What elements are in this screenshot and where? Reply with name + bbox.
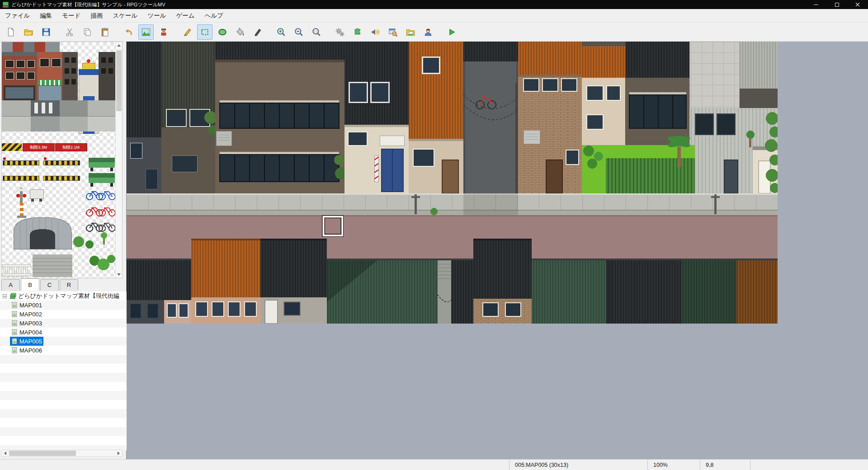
scroll-right-icon: [118, 451, 120, 455]
new-file-icon: [6, 27, 16, 37]
zoom-in-icon: [276, 27, 286, 37]
tree-root-label: どらぴかドットマップ素材【現代街編: [18, 292, 119, 300]
zoom-out-button[interactable]: [291, 24, 307, 40]
project-icon: [10, 293, 16, 299]
minimize-button[interactable]: [806, 0, 826, 9]
ellipse-tool-button[interactable]: [215, 24, 230, 40]
clearance-sign-2: 制限2.1M: [62, 145, 80, 150]
map-editor-canvas[interactable]: [127, 42, 868, 459]
plugin-manager-button[interactable]: [350, 24, 365, 40]
tree-item-map002[interactable]: MAP002: [0, 310, 127, 319]
maximize-button[interactable]: [826, 0, 847, 9]
event-searcher-button[interactable]: [385, 24, 401, 40]
close-icon: [855, 2, 860, 7]
scroll-right-button[interactable]: [115, 450, 122, 456]
flood-fill-button[interactable]: [232, 24, 248, 40]
copy-icon: [82, 27, 92, 37]
tab-b[interactable]: B: [21, 278, 39, 291]
zoom-out-icon: [294, 27, 304, 37]
scroll-down-button[interactable]: [116, 271, 122, 278]
menu-tools[interactable]: ツール: [142, 9, 171, 23]
map-file-icon: [11, 338, 18, 344]
open-folder-icon: [24, 27, 33, 37]
resource-manager-button[interactable]: [403, 24, 418, 40]
open-project-button[interactable]: [21, 24, 36, 40]
zoom-actual-button[interactable]: 1:1: [309, 24, 324, 40]
menu-draw[interactable]: 描画: [85, 9, 108, 23]
undo-button[interactable]: [121, 24, 136, 40]
tileset-palette-canvas[interactable]: 制限3.3M 制限2.1M: [2, 42, 116, 278]
status-tile-coordinates: 9,8: [700, 460, 750, 470]
close-button[interactable]: [847, 0, 868, 9]
save-project-button[interactable]: [38, 24, 54, 40]
cut-button[interactable]: [62, 24, 77, 40]
map-canvas[interactable]: [127, 42, 778, 324]
tree-horizontal-scrollbar[interactable]: [1, 450, 123, 457]
tree-item-map004[interactable]: MAP004: [0, 328, 127, 337]
tab-a[interactable]: A: [1, 279, 20, 291]
menu-file[interactable]: ファイル: [0, 9, 35, 23]
palette-scrollbar-thumb[interactable]: [116, 50, 122, 111]
menu-game[interactable]: ゲーム: [171, 9, 200, 23]
minimize-icon: [814, 5, 818, 5]
svg-text:1:1: 1:1: [314, 30, 318, 33]
resource-folder-icon: [406, 27, 415, 37]
status-bar: 005:MAP005 (30x13) 100% 9,8: [0, 459, 868, 470]
tree-expander-icon[interactable]: [3, 294, 7, 298]
palette-tab-bar: A B C R: [1, 278, 123, 291]
tree-item-map001[interactable]: MAP001: [0, 301, 127, 310]
app-icon: [3, 2, 9, 8]
tileset-palette[interactable]: 制限3.3M 制限2.1M: [1, 42, 123, 278]
map-file-icon: [11, 320, 18, 326]
pencil-tool-button[interactable]: [179, 24, 195, 40]
tree-item-map003[interactable]: MAP003: [0, 319, 127, 328]
shadow-pen-icon: [253, 27, 263, 37]
event-mode-icon: [159, 27, 169, 37]
pencil-icon: [182, 27, 192, 37]
menu-bar: ファイル 編集 モード 描画 スケール ツール ゲーム ヘルプ: [0, 9, 868, 23]
window-title: どらぴかドットマップ素材【現代街編】サンプル - RPGツクールMV: [11, 1, 165, 8]
zoom-in-button[interactable]: [274, 24, 289, 40]
paste-button[interactable]: [97, 24, 113, 40]
map-mode-icon: [141, 27, 151, 37]
shadow-pen-button[interactable]: [250, 24, 265, 40]
status-tail-cell: [750, 460, 868, 470]
undo-icon: [123, 27, 133, 37]
menu-help[interactable]: ヘルプ: [200, 9, 228, 23]
scroll-up-icon: [117, 44, 121, 47]
tree-item-map006[interactable]: MAP006: [0, 346, 127, 355]
map-file-icon: [11, 311, 18, 317]
paste-icon: [100, 27, 110, 37]
status-message-cell: [0, 460, 509, 470]
map-mode-button[interactable]: [138, 24, 154, 40]
playtest-button[interactable]: [444, 24, 459, 40]
scroll-left-button[interactable]: [2, 450, 9, 456]
map-tree: どらぴかドットマップ素材【現代街編 MAP001 MAP002 MAP003: [0, 291, 127, 451]
play-icon: [447, 27, 457, 37]
status-map-info: 005:MAP005 (30x13): [509, 460, 648, 470]
tab-c[interactable]: C: [40, 279, 59, 291]
tree-item-project-root[interactable]: どらぴかドットマップ素材【現代街編: [0, 291, 127, 301]
event-mode-button[interactable]: [156, 24, 171, 40]
status-zoom-level: 100%: [648, 460, 700, 470]
tree-item-map005[interactable]: MAP005: [0, 337, 127, 346]
database-button[interactable]: [332, 24, 348, 40]
flood-fill-icon: [235, 27, 245, 37]
new-project-button[interactable]: [3, 24, 19, 40]
map-file-icon: [11, 329, 18, 335]
rectangle-tool-button[interactable]: [197, 24, 212, 40]
sound-test-button[interactable]: [368, 24, 383, 40]
puzzle-icon: [353, 27, 363, 37]
character-generator-button[interactable]: [420, 24, 436, 40]
palette-scrollbar[interactable]: [115, 42, 122, 278]
rectangle-tool-icon: [200, 27, 210, 37]
tree-scrollbar-thumb[interactable]: [9, 451, 76, 456]
database-icon: [335, 27, 345, 37]
copy-button[interactable]: [80, 24, 95, 40]
scroll-up-button[interactable]: [116, 42, 122, 49]
menu-scale[interactable]: スケール: [108, 9, 142, 23]
menu-edit[interactable]: 編集: [35, 9, 57, 23]
tab-r[interactable]: R: [60, 279, 78, 291]
scroll-left-icon: [4, 451, 6, 455]
menu-mode[interactable]: モード: [57, 9, 85, 23]
